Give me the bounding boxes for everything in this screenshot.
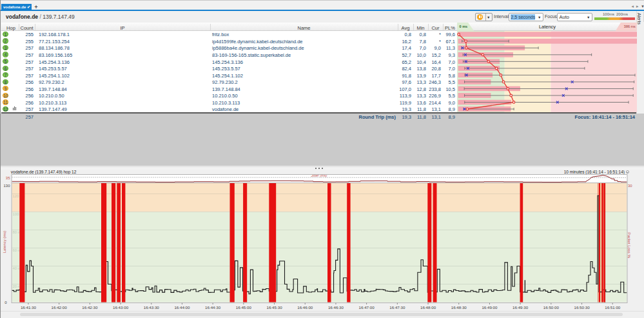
svg-text:16:49:00: 16:49:00 [482,305,498,310]
svg-text:130: 130 [3,184,10,188]
svg-text:16:51:00: 16:51:00 [605,305,621,310]
svg-text:16:43:00: 16:43:00 [113,305,129,310]
svg-text:16:44:00: 16:44:00 [174,305,190,310]
svg-text:0 ms: 0 ms [460,25,468,28]
svg-text:16:46:30: 16:46:30 [328,305,344,310]
svg-text:16:49:30: 16:49:30 [512,305,529,310]
svg-text:16:47:30: 16:47:30 [389,305,405,310]
svg-text:16:42:00: 16:42:00 [52,305,68,310]
svg-text:35: 35 [6,176,10,180]
svg-text:16:48:30: 16:48:30 [451,305,467,310]
svg-text:0: 0 [5,301,7,304]
svg-text:16:42:30: 16:42:30 [82,305,98,310]
svg-text:16:47:00: 16:47:00 [359,305,375,310]
svg-text:Latency (ms): Latency (ms) [3,231,6,253]
svg-text:30: 30 [628,184,632,188]
svg-text:386 ms: 386 ms [624,25,636,28]
svg-text:16:41:30: 16:41:30 [21,305,37,310]
svg-text:16:50:00: 16:50:00 [543,305,560,310]
svg-text:16:50:30: 16:50:30 [574,305,590,310]
svg-text:Latency: Latency [539,24,556,30]
svg-text:16:45:30: 16:45:30 [266,305,282,310]
svg-text:16:48:00: 16:48:00 [420,305,436,310]
svg-text:Packet Loss %: Packet Loss % [627,232,631,258]
svg-text:16:44:30: 16:44:30 [205,305,221,310]
svg-text:16:45:00: 16:45:00 [236,305,252,310]
svg-text:16:46:00: 16:46:00 [297,305,313,310]
svg-text:16:43:30: 16:43:30 [144,305,160,310]
